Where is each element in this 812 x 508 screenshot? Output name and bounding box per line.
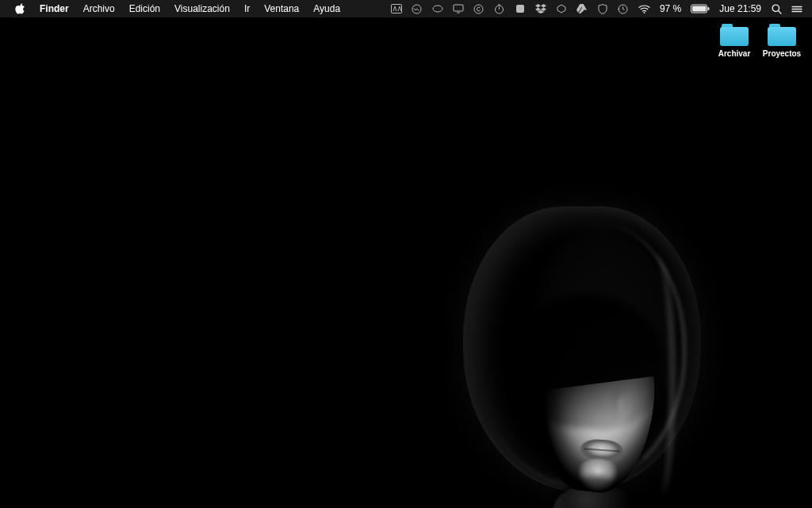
desktop-icons: Archivar Proyectos [717,24,799,58]
menu-ir[interactable]: Ir [237,0,257,17]
menu-archivo[interactable]: Archivo [76,0,122,17]
menubar-right: 97 % Jue 21:59 [389,0,804,17]
apple-menu[interactable] [8,3,33,14]
copyright-icon[interactable] [472,0,486,17]
folder-icon [768,24,796,46]
svg-point-2 [433,6,442,12]
desktop-wallpaper [0,17,812,508]
svg-rect-11 [708,7,710,10]
dropbox-icon[interactable] [534,0,548,17]
search-icon[interactable] [769,0,783,17]
control-center-icon[interactable] [790,0,804,17]
menu-ayuda[interactable]: Ayuda [306,0,347,17]
battery-percent-text[interactable]: 97 % [658,0,683,17]
adobe-cc-icon[interactable] [389,0,404,17]
wifi-icon[interactable] [637,0,652,17]
menu-visualizacion[interactable]: Visualización [167,0,237,17]
battery-icon[interactable] [689,0,711,17]
svg-rect-10 [692,6,706,12]
desktop-folder-proyectos[interactable]: Proyectos [764,24,799,58]
menubar-left: Finder Archivo Edición Visualización Ir … [8,0,347,17]
google-drive-icon[interactable] [575,0,589,17]
time-machine-icon[interactable] [616,0,630,17]
app2-icon[interactable] [554,0,569,17]
menu-ventana[interactable]: Ventana [257,0,306,17]
desktop-folder-archivar[interactable]: Archivar [717,24,752,58]
svg-point-8 [644,12,645,13]
folder-label: Archivar [718,49,751,58]
display-icon[interactable] [451,0,465,17]
svg-rect-3 [454,5,463,11]
app-menu-finder[interactable]: Finder [33,0,76,17]
menubar-clock[interactable]: Jue 21:59 [718,0,763,17]
svg-rect-6 [516,5,524,13]
folder-icon [720,24,749,46]
menu-edicion[interactable]: Edición [122,0,167,17]
svg-point-4 [474,5,483,13]
wallpaper-figure [416,190,749,508]
spotlight-alt-icon[interactable] [431,0,445,17]
antivirus-icon[interactable] [596,0,610,17]
siri-icon[interactable] [410,0,424,17]
app-icon[interactable] [513,0,527,17]
folder-label: Proyectos [763,49,801,58]
menubar: Finder Archivo Edición Visualización Ir … [0,0,812,17]
desktop[interactable]: Archivar Proyectos [0,17,812,508]
timer-icon[interactable] [492,0,507,17]
